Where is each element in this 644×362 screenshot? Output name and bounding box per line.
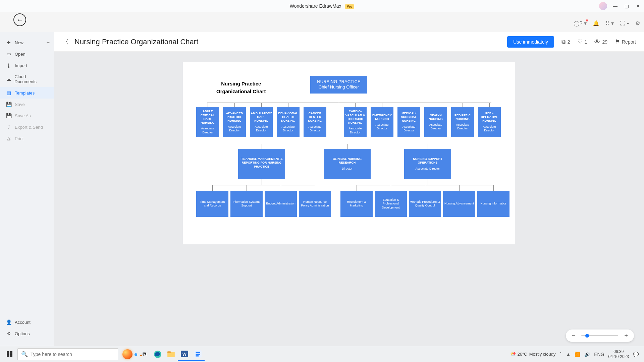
export-icon: ⤴ bbox=[6, 124, 11, 130]
add-icon[interactable]: + bbox=[47, 40, 50, 46]
settings-icon[interactable]: ⚙ bbox=[635, 20, 640, 26]
start-button[interactable] bbox=[3, 348, 16, 361]
minimize-button[interactable]: — bbox=[612, 3, 619, 9]
org-level2-box: CARDIO-VASCULAR & THORACIC NURSINGAssoci… bbox=[344, 107, 367, 137]
connector bbox=[262, 179, 262, 185]
back-chevron-icon[interactable]: 〈 bbox=[62, 37, 69, 47]
sidebar-item-label: Open bbox=[15, 52, 25, 57]
sidebar-item-templates[interactable]: ▤ Templates bbox=[0, 87, 54, 99]
save-icon: 💾 bbox=[6, 102, 11, 107]
org-level3-box: FINANCIAL MANAGEMENT & REPORTING FOR NUR… bbox=[238, 149, 285, 179]
volume-icon[interactable]: 🔊 bbox=[584, 352, 590, 357]
sidebar-item-cloud[interactable]: ☁ Cloud Documents bbox=[0, 71, 54, 87]
chart-title: Nursing Practice Organizational Chart bbox=[216, 80, 266, 95]
views-count: 29 bbox=[602, 39, 607, 45]
sidebar-item-label: New bbox=[15, 40, 23, 45]
org-level3-box: CLINICAL NURSING RESEARCHDirector bbox=[324, 149, 371, 179]
org-level4-box: Nursing Advancement bbox=[443, 191, 475, 217]
gear-icon: ⚙ bbox=[6, 331, 11, 336]
sidebar-item-new[interactable]: ✚ New + bbox=[0, 37, 54, 48]
connector bbox=[281, 185, 281, 191]
search-highlight-icon[interactable] bbox=[117, 348, 138, 360]
org-level2-box: ADVANCED PRACTICE NURSINGAssociate Direc… bbox=[223, 107, 246, 137]
sidebar-item-label: Import bbox=[15, 63, 27, 68]
sidebar-item-options[interactable]: ⚙ Options bbox=[0, 328, 54, 339]
tray-chevron-icon[interactable]: ˄ bbox=[559, 352, 562, 357]
word-icon[interactable]: W bbox=[178, 348, 191, 361]
chart-title-line2: Organizational Chart bbox=[216, 88, 266, 96]
org-level2-box: EMERGENCY NURSINGAssociate Director bbox=[371, 107, 393, 137]
org-level4-box: Information Systems Support bbox=[230, 191, 263, 217]
zoom-slider[interactable] bbox=[581, 335, 618, 336]
canvas-area[interactable]: Nursing Practice Organizational Chart NU… bbox=[54, 52, 644, 346]
connector bbox=[315, 185, 315, 191]
connector bbox=[357, 185, 357, 191]
connector bbox=[262, 144, 262, 149]
sidebar-item-import[interactable]: ⭳ Import bbox=[0, 60, 54, 71]
connector bbox=[257, 144, 421, 144]
svg-rect-2 bbox=[167, 351, 171, 353]
zoom-out-button[interactable]: − bbox=[572, 332, 576, 339]
gift-icon[interactable]: ⛶ ▾ bbox=[620, 20, 629, 26]
connector bbox=[355, 103, 356, 107]
app-name: Wondershare EdrawMax bbox=[290, 3, 341, 9]
weather-text: Mostly cloudy bbox=[529, 352, 556, 357]
close-button[interactable]: ✕ bbox=[635, 3, 641, 9]
org-level4-box: Methods Procedures & Quality Control bbox=[409, 191, 441, 217]
connector bbox=[493, 185, 494, 191]
sidebar-item-account[interactable]: 👤 Account bbox=[0, 316, 54, 328]
edge-icon[interactable] bbox=[151, 348, 164, 361]
file-explorer-icon[interactable] bbox=[164, 348, 178, 361]
connector bbox=[212, 185, 315, 185]
org-root-box: NURSING PRACTICE Chief Nursing Officer bbox=[310, 76, 367, 94]
copies-stat[interactable]: ⧉2 bbox=[561, 39, 570, 45]
apps-icon[interactable]: ⠿ ▾ bbox=[605, 20, 613, 26]
sidebar-item-export[interactable]: ⤴ Export & Send bbox=[0, 121, 54, 133]
connector bbox=[489, 103, 490, 107]
clock[interactable]: 06:39 04-10-2023 bbox=[608, 349, 629, 359]
onedrive-icon[interactable]: ▲ bbox=[566, 352, 571, 357]
wifi-icon[interactable]: 📶 bbox=[575, 352, 580, 357]
org-level2-box: AMBULATORY CARE NURSINGAssociate Directo… bbox=[250, 107, 273, 137]
report-button[interactable]: ⚑Report bbox=[615, 38, 636, 45]
connector bbox=[428, 179, 428, 185]
notifications-icon[interactable]: 💬 bbox=[633, 352, 639, 357]
connector bbox=[425, 185, 425, 191]
zoom-thumb[interactable] bbox=[585, 334, 589, 338]
toolbar-right: ◯? ▾ 🔔 ⠿ ▾ ⛶ ▾ ⚙ bbox=[574, 20, 640, 26]
back-button[interactable] bbox=[13, 13, 26, 26]
avatar[interactable] bbox=[599, 2, 607, 10]
org-root-line1: NURSING PRACTICE bbox=[314, 79, 364, 84]
sidebar-item-save[interactable]: 💾 Save bbox=[0, 99, 54, 110]
app-title: Wondershare EdrawMax Pro bbox=[290, 3, 354, 9]
connector bbox=[459, 185, 460, 191]
clock-time: 06:39 bbox=[608, 349, 629, 354]
search-input[interactable] bbox=[31, 352, 114, 357]
plus-square-icon: ✚ bbox=[6, 40, 11, 45]
help-icon[interactable]: ◯? ▾ bbox=[574, 20, 587, 26]
sidebar-item-print[interactable]: 🖨 Print bbox=[0, 133, 54, 144]
connector bbox=[288, 103, 288, 107]
task-view-icon[interactable]: ⧉ bbox=[138, 348, 151, 361]
sidebar-item-open[interactable]: ▭ Open bbox=[0, 48, 54, 60]
sidebar-item-label: Save bbox=[15, 102, 25, 107]
connector bbox=[212, 185, 213, 191]
bell-icon[interactable]: 🔔 bbox=[593, 20, 599, 26]
maximize-button[interactable]: ▢ bbox=[623, 3, 630, 9]
chart-title-line1: Nursing Practice bbox=[216, 80, 266, 88]
taskbar-search[interactable]: 🔍 bbox=[17, 348, 118, 360]
sidebar-item-label: Print bbox=[15, 136, 24, 141]
language-icon[interactable]: ENG bbox=[594, 352, 604, 357]
likes-stat[interactable]: ♡1 bbox=[578, 38, 587, 45]
use-immediately-button[interactable]: Use immediately bbox=[507, 36, 554, 48]
connector bbox=[315, 103, 315, 107]
weather-widget[interactable]: ⛅ 26°C Mostly cloudy bbox=[510, 352, 556, 357]
zoom-in-button[interactable]: + bbox=[624, 332, 628, 339]
connector bbox=[234, 103, 235, 107]
sidebar-item-label: Templates bbox=[15, 90, 35, 96]
sidebar-item-saveas[interactable]: 💾 Save As bbox=[0, 110, 54, 121]
copies-icon: ⧉ bbox=[561, 39, 566, 45]
edrawmax-icon[interactable] bbox=[191, 348, 205, 361]
views-stat: 👁29 bbox=[594, 39, 607, 45]
folder-icon: ▭ bbox=[6, 51, 11, 57]
